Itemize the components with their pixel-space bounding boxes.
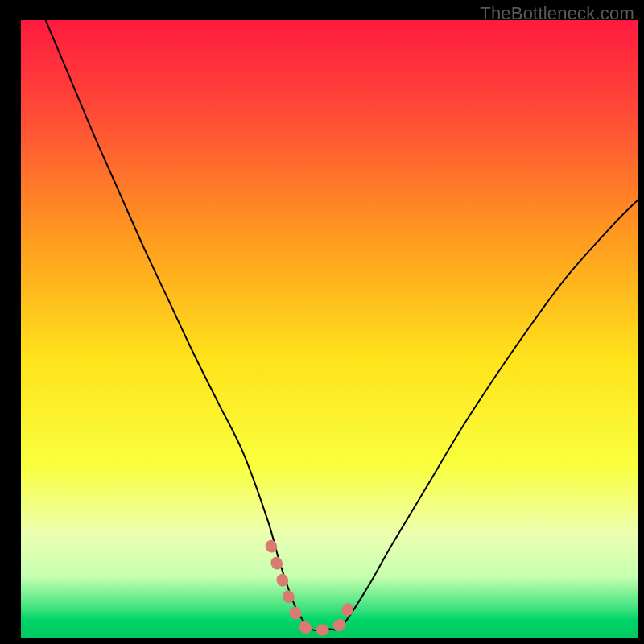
bottleneck-chart [0, 0, 644, 644]
watermark-text: TheBottleneck.com [480, 3, 634, 24]
chart-frame: { "watermark": "TheBottleneck.com", "cha… [0, 0, 644, 644]
plot-background [21, 20, 638, 638]
